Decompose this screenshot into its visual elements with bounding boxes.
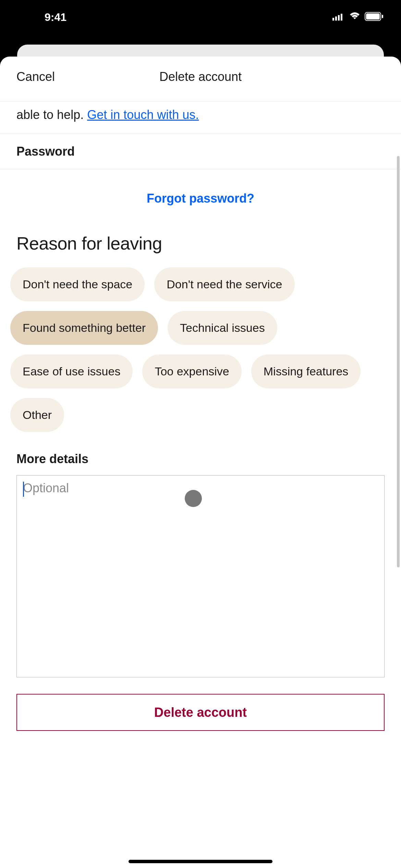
reason-heading: Reason for leaving bbox=[0, 233, 401, 264]
modal-title: Delete account bbox=[159, 70, 242, 84]
reason-chip[interactable]: Too expensive bbox=[142, 354, 241, 388]
reason-chip[interactable]: Other bbox=[10, 398, 64, 432]
delete-account-button[interactable]: Delete account bbox=[16, 694, 385, 731]
modal-sheet: Cancel Delete account able to help. Get … bbox=[0, 57, 401, 868]
cancel-button[interactable]: Cancel bbox=[16, 70, 55, 84]
forgot-password-link[interactable]: Forgot password? bbox=[147, 191, 254, 206]
reason-chip[interactable]: Technical issues bbox=[168, 311, 277, 345]
svg-rect-2 bbox=[338, 15, 340, 21]
help-text-row: able to help. Get in touch with us. bbox=[0, 101, 401, 134]
reason-chip[interactable]: Don't need the space bbox=[10, 267, 145, 301]
status-time: 9:41 bbox=[17, 11, 66, 24]
password-field-row[interactable]: Password bbox=[0, 134, 401, 169]
reason-chip[interactable]: Found something better bbox=[10, 311, 158, 345]
reason-chip[interactable]: Don't need the service bbox=[154, 267, 294, 301]
svg-rect-3 bbox=[341, 14, 342, 21]
help-text-prefix: able to help. bbox=[16, 108, 87, 122]
reason-chip[interactable]: Missing features bbox=[251, 354, 361, 388]
status-icons bbox=[332, 12, 384, 22]
svg-rect-0 bbox=[332, 18, 334, 21]
scroll-indicator[interactable] bbox=[397, 156, 400, 567]
help-contact-link[interactable]: Get in touch with us. bbox=[87, 108, 199, 122]
status-bar: 9:41 bbox=[0, 0, 401, 34]
cellular-icon bbox=[332, 12, 345, 22]
password-label: Password bbox=[16, 144, 385, 159]
text-caret bbox=[23, 482, 24, 497]
reason-chip[interactable]: Ease of use issues bbox=[10, 354, 133, 388]
battery-icon bbox=[365, 12, 384, 22]
more-details-box[interactable] bbox=[16, 475, 385, 677]
modal-body[interactable]: able to help. Get in touch with us. Pass… bbox=[0, 101, 401, 731]
wifi-icon bbox=[349, 12, 361, 22]
cursor-indicator-icon bbox=[185, 490, 202, 507]
svg-rect-6 bbox=[382, 15, 383, 18]
modal-header: Cancel Delete account bbox=[0, 57, 401, 101]
more-details-label: More details bbox=[0, 446, 401, 475]
home-indicator[interactable] bbox=[129, 860, 272, 863]
svg-rect-5 bbox=[366, 13, 380, 20]
svg-rect-1 bbox=[335, 16, 337, 21]
reason-chips: Don't need the spaceDon't need the servi… bbox=[0, 264, 401, 446]
forgot-password-row: Forgot password? bbox=[0, 169, 401, 233]
